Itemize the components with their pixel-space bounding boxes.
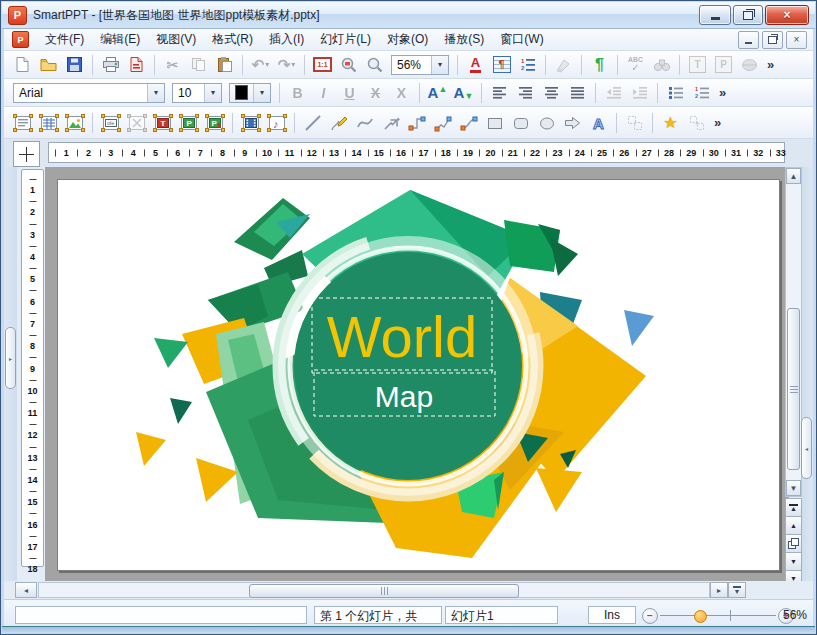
favorites-button[interactable]: ★ xyxy=(658,111,683,135)
freehand-tool-button[interactable] xyxy=(326,111,351,135)
first-slide-button[interactable]: ▲ xyxy=(785,498,802,517)
horizontal-scroll-thumb[interactable] xyxy=(249,584,519,598)
menu-slide[interactable]: 幻灯片(L) xyxy=(312,29,379,50)
copy-button[interactable] xyxy=(186,53,211,77)
group-button[interactable] xyxy=(622,111,647,135)
shrink-font-button[interactable]: A▼ xyxy=(451,81,476,105)
minimize-button[interactable] xyxy=(699,5,731,25)
scroll-up-button[interactable]: ▲ xyxy=(786,168,801,184)
image-frame-button[interactable] xyxy=(62,111,87,135)
menu-view[interactable]: 视图(V) xyxy=(148,29,204,50)
right-panel-handle[interactable]: ◂ xyxy=(801,417,812,479)
formatting-marks-button[interactable]: ¶ xyxy=(587,53,612,77)
slide-page[interactable]: World Map xyxy=(57,179,780,571)
scroll-down-button[interactable]: ▼ xyxy=(786,480,801,496)
horizontal-scrollbar[interactable] xyxy=(38,582,710,598)
toolbar-overflow-button[interactable]: » xyxy=(710,115,725,130)
rectangle-tool-button[interactable] xyxy=(482,111,507,135)
zoom-out-slider-button[interactable]: − xyxy=(642,608,658,624)
slide-canvas[interactable]: World Map xyxy=(45,167,789,581)
slide-subtitle-text[interactable]: Map xyxy=(375,380,433,413)
scroll-end-button[interactable]: ▼ xyxy=(728,582,746,598)
export-pdf-button[interactable] xyxy=(124,53,149,77)
bold-button[interactable]: B xyxy=(285,81,310,105)
grow-font-button[interactable]: A▲ xyxy=(425,81,450,105)
align-left-button[interactable] xyxy=(487,81,512,105)
previous-slide-button[interactable]: ▲ xyxy=(785,516,802,535)
title-frame-button[interactable]: T xyxy=(150,111,175,135)
increase-indent-button[interactable] xyxy=(627,81,652,105)
video-frame-button[interactable] xyxy=(238,111,263,135)
format-painter-button[interactable] xyxy=(551,53,576,77)
redo-button[interactable]: ↷▾ xyxy=(274,53,299,77)
undo-button[interactable]: ↶▾ xyxy=(248,53,273,77)
zoom-in-button[interactable] xyxy=(336,53,361,77)
zoom-slider-track[interactable] xyxy=(660,615,776,616)
zoom-level-combo[interactable]: 56% ▾ xyxy=(391,55,449,75)
menu-file[interactable]: 文件(F) xyxy=(37,29,92,50)
menu-object[interactable]: 对象(O) xyxy=(379,29,436,50)
restore-button[interactable] xyxy=(733,5,763,25)
double-strikethrough-button[interactable]: X xyxy=(389,81,414,105)
polyline-tool-button[interactable] xyxy=(430,111,455,135)
doc-restore-button[interactable] xyxy=(762,31,783,49)
find-button[interactable] xyxy=(649,53,674,77)
font-color-button[interactable]: A xyxy=(463,53,488,77)
presentation-mode-button[interactable]: P xyxy=(711,53,736,77)
ruler-origin-button[interactable] xyxy=(13,141,40,167)
font-name-combo[interactable]: Arial ▾ xyxy=(13,83,165,103)
menu-format[interactable]: 格式(R) xyxy=(204,29,261,50)
new-document-button[interactable] xyxy=(10,53,35,77)
ellipse-tool-button[interactable] xyxy=(534,111,559,135)
curve-tool-button[interactable] xyxy=(352,111,377,135)
menu-insert[interactable]: 插入(I) xyxy=(261,29,312,50)
package-button[interactable] xyxy=(737,53,762,77)
close-button[interactable]: × xyxy=(765,5,809,25)
font-size-combo[interactable]: 10 ▾ xyxy=(172,83,222,103)
zoom-100-button[interactable]: 1:1 xyxy=(310,53,335,77)
strikethrough-button[interactable]: X xyxy=(363,81,388,105)
font-color-combo[interactable]: ▾ xyxy=(229,83,271,103)
scroll-left-button[interactable]: ◂ xyxy=(15,582,37,598)
align-center-button[interactable] xyxy=(539,81,564,105)
italic-button[interactable]: I xyxy=(311,81,336,105)
placeholder2-frame-button[interactable]: P xyxy=(202,111,227,135)
numbered-list-button[interactable]: 12 xyxy=(689,81,714,105)
scroll-right-button[interactable]: ▸ xyxy=(710,582,728,598)
zoom-slider-handle[interactable] xyxy=(694,610,707,623)
next-slide-button[interactable]: ▼ xyxy=(785,552,802,571)
vertical-scrollbar[interactable]: ▲ ▼ xyxy=(785,167,802,497)
menu-window[interactable]: 窗口(W) xyxy=(492,29,551,50)
cut-button[interactable]: ✂ xyxy=(160,53,185,77)
paragraph-settings-button[interactable]: ¶ xyxy=(489,53,514,77)
list-settings-button[interactable]: 12 xyxy=(515,53,540,77)
slide-sorter-button[interactable] xyxy=(785,534,802,553)
text-mode-button[interactable]: T xyxy=(685,53,710,77)
curve-connector-tool-button[interactable] xyxy=(456,111,481,135)
vertical-scroll-thumb[interactable] xyxy=(787,308,800,470)
bullet-list-button[interactable] xyxy=(663,81,688,105)
text-frame-button[interactable] xyxy=(10,111,35,135)
wordart-button[interactable]: A xyxy=(586,111,611,135)
doc-close-button[interactable]: × xyxy=(786,31,807,49)
decrease-indent-button[interactable] xyxy=(601,81,626,105)
justify-button[interactable] xyxy=(565,81,590,105)
menu-edit[interactable]: 编辑(E) xyxy=(92,29,148,50)
open-button[interactable] xyxy=(36,53,61,77)
table-frame-button[interactable] xyxy=(36,111,61,135)
toolbar-overflow-button[interactable]: » xyxy=(763,57,778,72)
zoom-out-button[interactable] xyxy=(362,53,387,77)
underline-button[interactable]: U xyxy=(337,81,362,105)
ungroup-button[interactable] xyxy=(684,111,709,135)
formula-frame-button[interactable] xyxy=(124,111,149,135)
arrow-tool-button[interactable] xyxy=(378,111,403,135)
save-button[interactable] xyxy=(62,53,87,77)
rounded-rectangle-tool-button[interactable] xyxy=(508,111,533,135)
line-tool-button[interactable] xyxy=(300,111,325,135)
menu-play[interactable]: 播放(S) xyxy=(436,29,492,50)
paste-button[interactable] xyxy=(212,53,237,77)
doc-minimize-button[interactable] xyxy=(738,31,759,49)
shape-tool-button[interactable] xyxy=(560,111,585,135)
spellcheck-button[interactable]: ABC✓ xyxy=(623,53,648,77)
audio-frame-button[interactable]: ♪ xyxy=(264,111,289,135)
